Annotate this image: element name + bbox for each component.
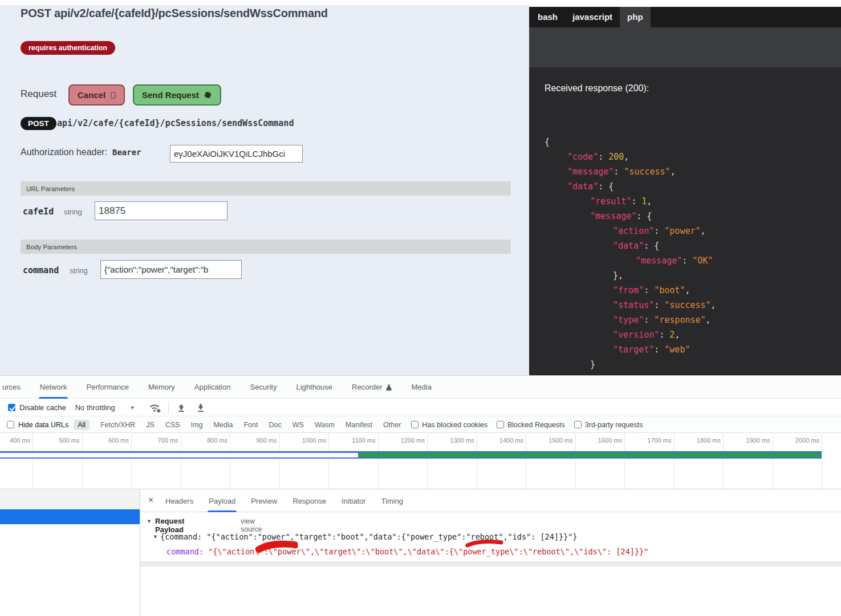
code-example-area bbox=[529, 27, 841, 67]
devtools-tab-network[interactable]: Network bbox=[39, 376, 68, 399]
filter-type-other[interactable]: Other bbox=[383, 421, 401, 429]
payload-line1-collapse-icon[interactable]: ▼ bbox=[153, 534, 158, 540]
timeline-gridline bbox=[526, 433, 526, 489]
filter-type-doc[interactable]: Doc bbox=[269, 421, 282, 429]
import-har-icon[interactable] bbox=[177, 403, 186, 412]
view-source-link[interactable]: view source bbox=[241, 517, 262, 533]
filter-type-manifest[interactable]: Manifest bbox=[346, 421, 372, 429]
code-tab-javascript[interactable]: javascript bbox=[565, 7, 620, 27]
filter-type-list: AllFetch/XHRJSCSSImgMediaFontDocWSWasmMa… bbox=[74, 420, 401, 430]
timeline-gridline bbox=[674, 433, 675, 489]
bearer-label: Bearer bbox=[112, 148, 141, 157]
filter-type-media[interactable]: Media bbox=[213, 421, 233, 429]
filter-type-js[interactable]: JS bbox=[146, 421, 155, 429]
endpoint-path: api/v2/cafe/{cafeId}/pcSessions/sendWssC… bbox=[57, 118, 294, 128]
filter-type-img[interactable]: Img bbox=[191, 421, 203, 429]
cancel-button[interactable]: Cancel bbox=[68, 84, 125, 106]
timeline-gridline bbox=[822, 433, 822, 489]
code-tab-bash[interactable]: bash bbox=[530, 7, 565, 27]
devtools-tab-security[interactable]: Security bbox=[249, 376, 278, 399]
cafeid-input[interactable] bbox=[95, 201, 227, 220]
command-param-type: string bbox=[70, 266, 88, 275]
auth-token-input[interactable] bbox=[170, 145, 303, 163]
filter-checkbox-blocked-requests[interactable]: Blocked Requests bbox=[497, 421, 565, 429]
devtools-tabs: urcesNetworkPerformanceMemoryApplication… bbox=[0, 376, 841, 399]
waterfall-grid bbox=[0, 433, 841, 489]
details-tab-timing[interactable]: Timing bbox=[381, 490, 404, 512]
payload-section-end bbox=[140, 562, 841, 566]
filter-type-all[interactable]: All bbox=[74, 420, 90, 430]
overview-blue-line-bottom bbox=[0, 457, 822, 459]
request-list-header bbox=[0, 490, 140, 509]
details-tab-response[interactable]: Response bbox=[292, 490, 326, 512]
command-param-name: command bbox=[23, 265, 59, 275]
timeline-gridline bbox=[773, 433, 773, 489]
request-details-tabbar: × HeadersPayloadPreviewResponseInitiator… bbox=[140, 490, 841, 512]
timeline-gridline bbox=[378, 433, 379, 489]
filter-type-ws[interactable]: WS bbox=[292, 421, 304, 429]
filter-type-fetch-xhr[interactable]: Fetch/XHR bbox=[100, 421, 135, 429]
devtools-tab-recorder[interactable]: Recorder bbox=[351, 376, 393, 399]
timeline-gridline bbox=[82, 433, 83, 489]
throttling-dropdown-icon[interactable]: ▼ bbox=[130, 405, 135, 411]
filter-type-font[interactable]: Font bbox=[243, 421, 258, 429]
url-parameters-section-header: URL Parameters bbox=[21, 181, 511, 196]
checkbox-icon[interactable] bbox=[497, 421, 504, 428]
cafeid-param-name: cafeId bbox=[23, 206, 54, 217]
timeline-gridline bbox=[575, 433, 576, 489]
selected-request-row[interactable] bbox=[0, 509, 140, 524]
cancel-button-label: Cancel bbox=[78, 90, 105, 100]
timeline-gridline bbox=[279, 433, 280, 489]
devtools-tab-lighthouse[interactable]: Lighthouse bbox=[295, 376, 334, 399]
devtools-tab-media[interactable]: Media bbox=[411, 376, 433, 399]
timeline-gridline bbox=[624, 433, 625, 489]
devtools-tab-memory[interactable]: Memory bbox=[147, 376, 176, 399]
filter-type-css[interactable]: CSS bbox=[165, 421, 180, 429]
disable-cache-label: Disable cache bbox=[19, 403, 66, 412]
cancel-spinner-icon bbox=[111, 92, 116, 99]
response-heading: Received response (200): bbox=[545, 83, 649, 94]
devtools-panel: urcesNetworkPerformanceMemoryApplication… bbox=[0, 375, 841, 616]
devtools-tab-urces[interactable]: urces bbox=[1, 376, 22, 399]
checkbox-icon[interactable] bbox=[411, 421, 419, 428]
send-request-button[interactable]: Send Request bbox=[133, 84, 221, 106]
requires-auth-badge: requires authentication bbox=[21, 41, 115, 55]
payload-collapse-icon[interactable]: ▼ bbox=[147, 518, 152, 524]
export-har-icon[interactable] bbox=[196, 403, 205, 412]
filter-type-wasm[interactable]: Wasm bbox=[315, 421, 335, 429]
filter-checkbox-has-blocked-cookies[interactable]: Has blocked cookies bbox=[411, 421, 487, 429]
details-tab-preview[interactable]: Preview bbox=[251, 490, 277, 512]
timeline-gridline bbox=[230, 433, 230, 489]
starburst-icon bbox=[204, 91, 212, 99]
payload-parsed-line: {command: "{"action":"power","target":"b… bbox=[160, 532, 578, 541]
command-input[interactable] bbox=[100, 260, 242, 279]
payload-source-line: command: "{\"action\":\"power\",\"target… bbox=[166, 547, 648, 556]
overview-blue-line-top bbox=[0, 451, 822, 453]
waterfall-divider bbox=[0, 489, 841, 489]
timeline-gridline bbox=[131, 433, 132, 489]
cafeid-param-type: string bbox=[64, 208, 82, 216]
waterfall-overview-bar bbox=[0, 451, 822, 459]
network-conditions-icon[interactable] bbox=[149, 402, 161, 414]
details-tab-initiator[interactable]: Initiator bbox=[342, 490, 366, 512]
timeline-gridline bbox=[328, 433, 329, 489]
hide-data-urls-checkbox[interactable] bbox=[7, 421, 14, 428]
throttling-select[interactable]: No throttling bbox=[75, 403, 115, 412]
code-tab-php[interactable]: php bbox=[620, 7, 651, 27]
devtools-tab-application[interactable]: Application bbox=[193, 376, 232, 399]
response-area: Received response (200): {"code": 200,"m… bbox=[529, 67, 841, 375]
hide-data-urls-label: Hide data URLs bbox=[18, 421, 68, 429]
filter-checkbox-3rd-party-requests[interactable]: 3rd-party requests bbox=[574, 421, 643, 429]
auth-header-label: Authorization header: bbox=[21, 147, 107, 157]
devtools-tab-performance[interactable]: Performance bbox=[85, 376, 129, 399]
page-title: POST api/v2/cafe/{cafeId}/pcSessions/sen… bbox=[21, 7, 328, 20]
details-tab-headers[interactable]: Headers bbox=[165, 490, 193, 512]
checkbox-icon[interactable] bbox=[574, 421, 582, 428]
timeline-gridline bbox=[32, 433, 33, 489]
request-label: Request bbox=[21, 88, 56, 100]
disable-cache-checkbox[interactable] bbox=[8, 404, 15, 411]
close-icon[interactable]: × bbox=[148, 495, 153, 505]
details-tab-payload[interactable]: Payload bbox=[209, 490, 235, 512]
timeline-gridline bbox=[181, 433, 181, 489]
timeline-gridline bbox=[427, 433, 428, 489]
